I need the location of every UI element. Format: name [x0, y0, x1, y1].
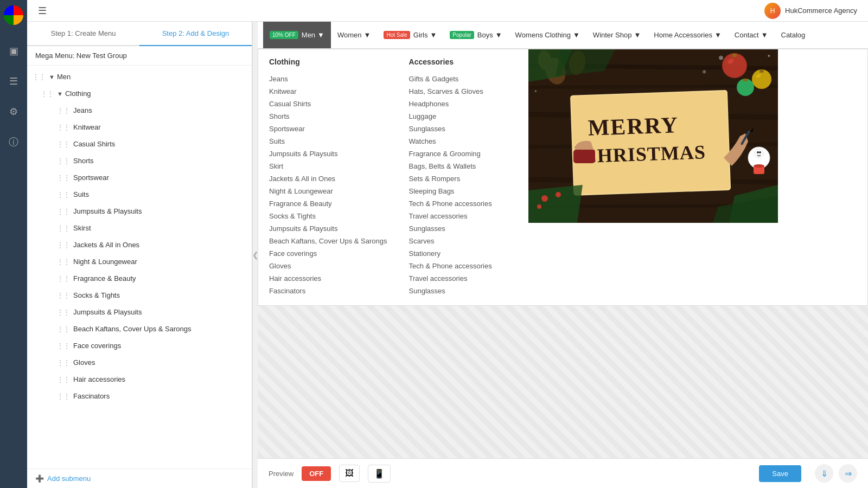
mega-link[interactable]: Stationery	[409, 247, 518, 260]
tree-item-skirst[interactable]: ⋮⋮Skirst	[27, 220, 252, 236]
arrow-men: ▼	[49, 74, 55, 80]
tree-item-fascinators[interactable]: ⋮⋮Fascinators	[27, 388, 252, 404]
mega-image: ❄ ❄ ✦ ✦ MERRY CHRISTMAS	[528, 49, 778, 223]
mega-link[interactable]: Night & Loungewear	[269, 185, 387, 197]
left-panel: Step 1: Create Menu Step 2: Add & Design…	[27, 22, 252, 488]
nav-arrow: ▼	[573, 31, 580, 39]
mega-link[interactable]: Hats, Scarves & Gloves	[409, 85, 518, 98]
tree-item-jumpsuits2[interactable]: ⋮⋮Jumpsuits & Playsuits	[27, 304, 252, 320]
tree-item-gloves[interactable]: ⋮⋮Gloves	[27, 354, 252, 371]
mega-link[interactable]: Jackets & All in Ones	[269, 172, 387, 185]
tree-item-beach[interactable]: ⋮⋮Beach Kaftans, Cover Ups & Sarongs	[27, 320, 252, 337]
tree-item-face-coverings[interactable]: ⋮⋮Face coverings	[27, 337, 252, 354]
mega-link[interactable]: Suits	[269, 135, 387, 147]
tree-item-jeans[interactable]: ⋮⋮Jeans	[27, 102, 252, 119]
nav-item-women[interactable]: Women ▼	[331, 22, 377, 49]
sidebar-users-icon[interactable]: ▣	[4, 41, 23, 61]
import-icon[interactable]: ⇓	[815, 464, 833, 483]
mega-link[interactable]: Travel accessories	[409, 210, 518, 222]
svg-text:❄: ❄	[702, 69, 706, 75]
tree-item-jackets[interactable]: ⋮⋮Jackets & All in Ones	[27, 236, 252, 253]
mega-link[interactable]: Skirt	[269, 160, 387, 172]
mega-link[interactable]: Fascinators	[269, 285, 387, 297]
sidebar-info-icon[interactable]: ⓘ	[4, 132, 23, 152]
mega-link[interactable]: Travel accessories	[409, 272, 518, 285]
main-area: ☰ H HukCommerce Agency Step 1: Create Me…	[27, 0, 868, 488]
mega-link[interactable]: Beach Kaftans, Cover Ups & Sarongs	[269, 235, 387, 247]
mega-dropdown: Clothing Jeans Knitwear Casual Shirts Sh…	[258, 49, 868, 306]
tab-step1[interactable]: Step 1: Create Menu	[27, 22, 139, 45]
mega-link[interactable]: Sleeping Bags	[409, 185, 518, 197]
mega-link[interactable]: Jumpsuits & Playsuits	[269, 147, 387, 160]
mega-link[interactable]: Sets & Rompers	[409, 172, 518, 185]
nav-item-men[interactable]: 10% OFF Men ▼	[263, 22, 331, 49]
nav-item-womens-clothing[interactable]: Womens Clothing ▼	[509, 22, 586, 49]
mega-link[interactable]: Sunglasses	[409, 123, 518, 135]
sidebar-layers-icon[interactable]: ☰	[4, 72, 23, 91]
mega-link[interactable]: Gloves	[269, 260, 387, 272]
tree-area[interactable]: ⋮⋮ ▼ Men ⋮⋮ ▼ Clothing ⋮⋮Jeans ⋮⋮Knitwea…	[27, 66, 252, 468]
save-button[interactable]: Save	[759, 465, 801, 482]
preview-toggle-button[interactable]: OFF	[302, 466, 331, 481]
add-submenu-button[interactable]: ➕ Add submenu	[27, 468, 252, 488]
tree-item-men[interactable]: ⋮⋮ ▼ Men	[27, 68, 252, 85]
mega-link[interactable]: Face coverings	[269, 247, 387, 260]
mega-link[interactable]: Bags, Belts & Wallets	[409, 160, 518, 172]
mega-link[interactable]: Socks & Tights	[269, 210, 387, 222]
tree-item-casual-shirts[interactable]: ⋮⋮Casual Shirts	[27, 136, 252, 152]
app-sidebar: ▣ ☰ ⚙ ⓘ	[0, 0, 27, 488]
mega-link[interactable]: Hair accessories	[269, 272, 387, 285]
tree-item-fragrance[interactable]: ⋮⋮Fragrance & Beauty	[27, 270, 252, 287]
mega-col1-header: Clothing	[269, 57, 387, 66]
tree-item-night[interactable]: ⋮⋮Night & Loungewear	[27, 253, 252, 270]
mega-link[interactable]: Casual Shirts	[269, 98, 387, 110]
export-icon[interactable]: ⇒	[839, 464, 857, 483]
svg-text:❄: ❄	[718, 54, 724, 62]
mega-link[interactable]: Sunglasses	[409, 285, 518, 297]
nav-badge-men: 10% OFF	[270, 31, 298, 39]
mega-link[interactable]: Sunglasses	[409, 222, 518, 235]
tab-step2[interactable]: Step 2: Add & Design	[139, 22, 252, 46]
nav-item-contact[interactable]: Contact ▼	[728, 22, 775, 49]
nav-item-girls[interactable]: Hot Sale Girls ▼	[377, 22, 443, 49]
mega-link[interactable]: Gifts & Gadgets	[409, 73, 518, 85]
mega-link[interactable]: Jeans	[269, 73, 387, 85]
plus-icon: ➕	[35, 474, 44, 483]
tree-label: Face coverings	[73, 342, 121, 350]
mega-link[interactable]: Scarves	[409, 235, 518, 247]
user-info: H HukCommerce Agency	[764, 3, 857, 19]
nav-item-boys[interactable]: Popular Boys ▼	[443, 22, 508, 49]
hamburger-icon[interactable]: ☰	[38, 5, 47, 17]
mega-link[interactable]: Fragrance & Grooming	[409, 147, 518, 160]
mega-link[interactable]: Shorts	[269, 110, 387, 123]
tree-item-clothing[interactable]: ⋮⋮ ▼ Clothing	[27, 85, 252, 102]
tree-label: Jackets & All in Ones	[73, 241, 139, 249]
mega-link[interactable]: Tech & Phone accessories	[409, 197, 518, 210]
mega-link[interactable]: Watches	[409, 135, 518, 147]
tree-item-suits[interactable]: ⋮⋮Suits	[27, 186, 252, 203]
tree-item-hair-accessories[interactable]: ⋮⋮Hair accessories	[27, 371, 252, 388]
desktop-view-button[interactable]: 🖼	[339, 465, 360, 482]
tree-item-jumpsuits1[interactable]: ⋮⋮Jumpsuits & Playsuits	[27, 203, 252, 220]
mega-link[interactable]: Luggage	[409, 110, 518, 123]
svg-text:✦: ✦	[534, 89, 538, 94]
tree-item-sportswear[interactable]: ⋮⋮Sportswear	[27, 169, 252, 186]
tree-label: Beach Kaftans, Cover Ups & Sarongs	[73, 325, 192, 333]
tree-item-knitwear[interactable]: ⋮⋮Knitwear	[27, 119, 252, 136]
nav-item-winter-shop[interactable]: Winter Shop ▼	[586, 22, 647, 49]
mega-link[interactable]: Fragrance & Beauty	[269, 197, 387, 210]
tree-item-shorts[interactable]: ⋮⋮Shorts	[27, 152, 252, 169]
tree-label-men: Men	[57, 73, 71, 81]
mega-link[interactable]: Tech & Phone accessories	[409, 260, 518, 272]
mega-link[interactable]: Knitwear	[269, 85, 387, 98]
nav-item-catalog[interactable]: Catalog	[775, 22, 812, 49]
mobile-view-button[interactable]: 📱	[368, 465, 391, 483]
scroll-indicator[interactable]: ❮	[252, 22, 258, 488]
mega-link[interactable]: Headphones	[409, 98, 518, 110]
nav-label-men: Men	[302, 31, 315, 39]
mega-link[interactable]: Sportswear	[269, 123, 387, 135]
tree-item-socks[interactable]: ⋮⋮Socks & Tights	[27, 287, 252, 304]
sidebar-settings-icon[interactable]: ⚙	[4, 102, 23, 121]
nav-item-home-accessories[interactable]: Home Accessories ▼	[647, 22, 728, 49]
mega-link[interactable]: Jumpsuits & Playsuits	[269, 222, 387, 235]
